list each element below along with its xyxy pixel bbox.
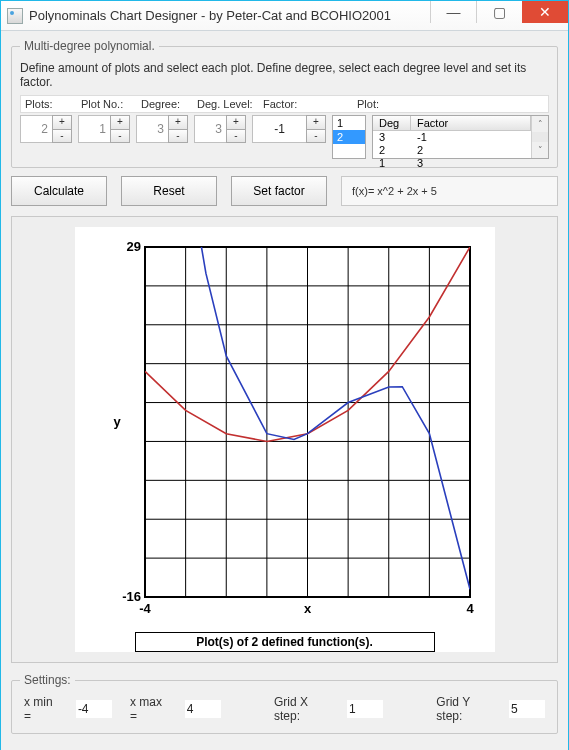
degree-factor-table[interactable]: Deg 3 2 1 Factor -1 2 3 ˄ ˅ xyxy=(372,115,549,159)
maximize-button[interactable]: ▢ xyxy=(476,1,522,23)
chart-caption: Plot(s) of 2 defined function(s). xyxy=(135,632,435,652)
degree-minus-button[interactable]: - xyxy=(168,129,188,144)
svg-text:29: 29 xyxy=(126,239,140,254)
label-plot: Plot: xyxy=(357,98,393,110)
polynomial-description: Define amount of plots and select each p… xyxy=(20,61,549,89)
svg-text:x: x xyxy=(303,601,311,616)
plot-no-plus-button[interactable]: + xyxy=(110,115,130,129)
plot-listbox[interactable]: 1 2 xyxy=(332,115,366,159)
svg-text:y: y xyxy=(113,414,121,429)
scroll-track[interactable] xyxy=(532,132,548,142)
buttons-row: Calculate Reset Set factor f(x)= x^2 + 2… xyxy=(11,176,558,206)
scroll-up-icon[interactable]: ˄ xyxy=(532,116,548,132)
table-cell: 3 xyxy=(411,157,531,170)
controls-row: 2 + - 1 + - 3 + - xyxy=(20,115,549,159)
svg-text:4: 4 xyxy=(466,601,474,616)
table-scrollbar[interactable]: ˄ ˅ xyxy=(531,116,548,158)
client-area: Multi-degree polynomial. Define amount o… xyxy=(1,31,568,750)
degree-stepper[interactable]: 3 + - xyxy=(136,115,188,143)
window-title: Polynominals Chart Designer - by Peter-C… xyxy=(29,8,430,23)
deg-level-plus-button[interactable]: + xyxy=(226,115,246,129)
polynomial-legend: Multi-degree polynomial. xyxy=(20,39,159,53)
factor-minus-button[interactable]: - xyxy=(306,129,326,144)
table-cell: 1 xyxy=(373,157,411,170)
label-degree: Degree: xyxy=(141,98,197,110)
deg-level-minus-button[interactable]: - xyxy=(226,129,246,144)
label-factor: Factor: xyxy=(263,98,357,110)
svg-text:-16: -16 xyxy=(122,589,141,604)
degree-value: 3 xyxy=(136,115,168,143)
control-labels-row: Plots: Plot No.: Degree: Deg. Level: Fac… xyxy=(20,95,549,113)
settings-legend: Settings: xyxy=(20,673,75,687)
titlebar: Polynominals Chart Designer - by Peter-C… xyxy=(1,1,568,31)
polynomial-group: Multi-degree polynomial. Define amount o… xyxy=(11,39,558,168)
table-cell: 3 xyxy=(373,131,411,144)
xmin-label: x min = xyxy=(24,695,58,723)
gridx-label: Grid X step: xyxy=(274,695,329,723)
list-item[interactable]: 2 xyxy=(333,130,365,144)
plot-no-stepper[interactable]: 1 + - xyxy=(78,115,130,143)
gridx-input[interactable] xyxy=(347,700,383,718)
app-icon xyxy=(7,8,23,24)
settings-group: Settings: x min = x max = Grid X step: G… xyxy=(11,673,558,734)
table-header-factor[interactable]: Factor xyxy=(411,116,531,131)
plots-plus-button[interactable]: + xyxy=(52,115,72,129)
set-factor-button[interactable]: Set factor xyxy=(231,176,327,206)
gridy-input[interactable] xyxy=(509,700,545,718)
table-cell: -1 xyxy=(411,131,531,144)
factor-value: -1 xyxy=(252,115,306,143)
label-deg-level: Deg. Level: xyxy=(197,98,263,110)
plot-no-value: 1 xyxy=(78,115,110,143)
plots-minus-button[interactable]: - xyxy=(52,129,72,144)
degree-plus-button[interactable]: + xyxy=(168,115,188,129)
factor-plus-button[interactable]: + xyxy=(306,115,326,129)
list-item[interactable]: 1 xyxy=(333,116,365,130)
plots-stepper[interactable]: 2 + - xyxy=(20,115,72,143)
scroll-down-icon[interactable]: ˅ xyxy=(532,142,548,158)
table-cell: 2 xyxy=(373,144,411,157)
label-plot-no: Plot No.: xyxy=(81,98,141,110)
xmax-input[interactable] xyxy=(185,700,221,718)
chart-area: 29-16-44xy Plot(s) of 2 defined function… xyxy=(75,227,495,652)
svg-text:-4: -4 xyxy=(139,601,151,616)
calculate-button[interactable]: Calculate xyxy=(11,176,107,206)
chart-svg: 29-16-44xy xyxy=(75,227,495,627)
deg-level-value: 3 xyxy=(194,115,226,143)
deg-level-stepper[interactable]: 3 + - xyxy=(194,115,246,143)
table-header-deg[interactable]: Deg xyxy=(373,116,411,131)
formula-display: f(x)= x^2 + 2x + 5 xyxy=(341,176,558,206)
xmin-input[interactable] xyxy=(76,700,112,718)
gridy-label: Grid Y step: xyxy=(436,695,491,723)
reset-button[interactable]: Reset xyxy=(121,176,217,206)
label-plots: Plots: xyxy=(25,98,81,110)
close-button[interactable]: ✕ xyxy=(522,1,568,23)
plots-value: 2 xyxy=(20,115,52,143)
minimize-button[interactable]: — xyxy=(430,1,476,23)
xmax-label: x max = xyxy=(130,695,167,723)
table-cell: 2 xyxy=(411,144,531,157)
plot-no-minus-button[interactable]: - xyxy=(110,129,130,144)
chart-panel: 29-16-44xy Plot(s) of 2 defined function… xyxy=(11,216,558,663)
factor-stepper[interactable]: -1 + - xyxy=(252,115,326,143)
